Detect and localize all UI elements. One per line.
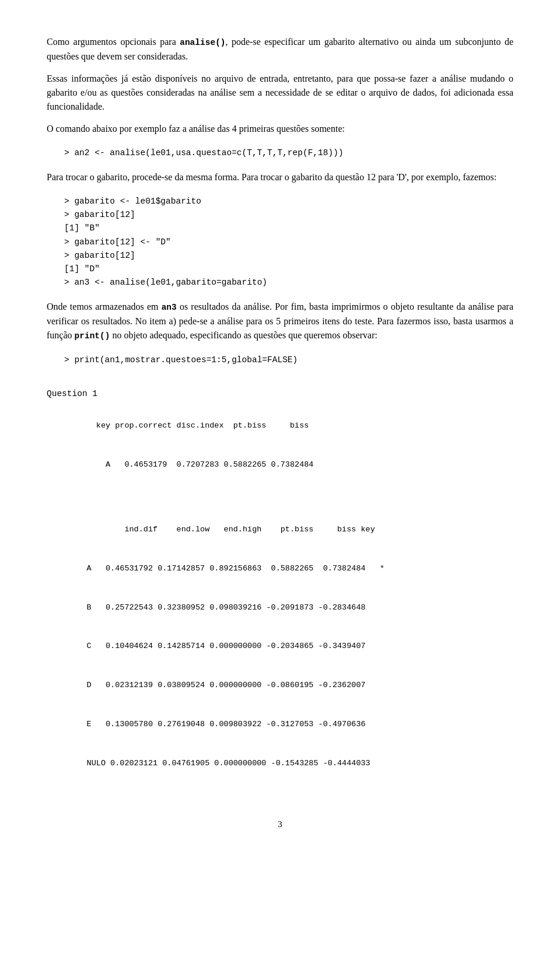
table-data-row-C: C 0.10404624 0.14285714 0.000000000 -0.2… — [87, 642, 366, 650]
paragraph-an3: Onde temos armazenados em an3 os resulta… — [47, 300, 513, 343]
inline-code-an3: an3 — [162, 303, 177, 312]
paragraph-1: Como argumentos opcionais para analise()… — [47, 35, 513, 64]
table-data-row-E: E 0.13005780 0.27619048 0.009803922 -0.3… — [87, 720, 366, 729]
inline-code-analise: analise() — [180, 38, 225, 47]
table-data-row-A: A 0.46531792 0.17142857 0.892156863 0.58… — [87, 564, 384, 573]
page-content: Como argumentos opcionais para analise()… — [47, 35, 513, 831]
code-block-2: > gabarito <- le01$gabarito > gabarito[1… — [64, 195, 513, 289]
question-1-table: key prop.correct disc.index pt.biss biss… — [58, 407, 513, 783]
table-row-1: A 0.4653179 0.7207283 0.5882265 0.738248… — [87, 460, 314, 469]
paragraph-gabarito-1: Para trocar o gabarito, procede-se da me… — [47, 170, 513, 184]
table-data-row-NULO: NULO 0.02023121 0.04761905 0.000000000 -… — [87, 759, 370, 768]
table-header-1: key prop.correct disc.index pt.biss biss — [87, 421, 309, 430]
table-header-2: ind.dif end.low end.high pt.biss biss ke… — [87, 525, 375, 534]
code-block-3: > print(an1,mostrar.questoes=1:5,global=… — [64, 353, 513, 367]
paragraph-2: Essas informações já estão disponíveis n… — [47, 72, 513, 114]
paragraph-3: O comando abaixo por exemplo faz a análi… — [47, 122, 513, 136]
question-1-section: Question 1 key prop.correct disc.index p… — [47, 388, 513, 783]
question-1-heading: Question 1 — [47, 388, 513, 401]
code-block-1: > an2 <- analise(le01,usa.questao=c(T,T,… — [64, 146, 513, 160]
page-number: 3 — [47, 818, 513, 831]
table-data-row-B: B 0.25722543 0.32380952 0.098039216 -0.2… — [87, 603, 366, 612]
inline-code-print: print() — [75, 331, 110, 341]
table-data-row-D: D 0.02312139 0.03809524 0.000000000 -0.0… — [87, 681, 366, 689]
